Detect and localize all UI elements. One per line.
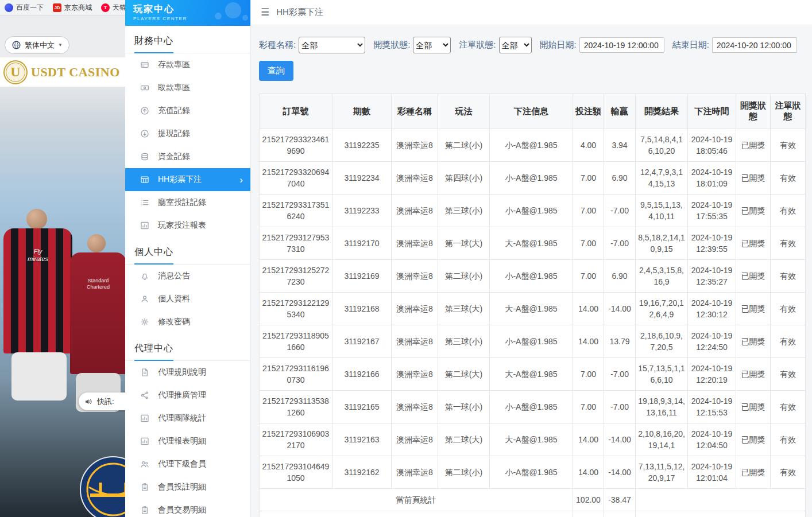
sidebar-item-agent-team-stats[interactable]: 代理團隊統計 <box>125 407 250 430</box>
lottery-name-select[interactable]: 全部 <box>299 37 365 53</box>
table-cell: 12,4,7,9,3,14,15,13 <box>636 162 688 195</box>
end-date-input[interactable] <box>712 37 797 53</box>
sidebar-item-announcements[interactable]: 消息公告 <box>125 265 250 287</box>
table-cell: 澳洲幸运8 <box>392 227 438 260</box>
brand-emblem: U <box>3 60 28 84</box>
sidebar-item-profile[interactable]: 個人資料 <box>125 287 250 310</box>
menu-toggle-icon[interactable]: ☰ <box>261 6 269 18</box>
sidebar-item-player-bet-report[interactable]: 玩家投注報表 <box>125 214 250 237</box>
table-cell: 澳洲幸运8 <box>392 260 438 293</box>
draw-status-select[interactable]: 全部 <box>413 37 451 53</box>
table-cell: 澳洲幸运8 <box>392 129 438 162</box>
cash-icon <box>140 83 149 92</box>
table-cell: 7.00 <box>573 195 604 227</box>
table-cell: 31192169 <box>332 260 392 293</box>
table-cell: 7.00 <box>573 260 604 293</box>
card-icon <box>140 60 149 69</box>
column-header: 下注信息 <box>490 94 573 129</box>
summary-row: 總統計102.00-38.47 <box>260 511 806 517</box>
lottery-grid-icon <box>140 175 149 184</box>
table-row: 215217293127953731031192170澳洲幸运8第一球(大)大-… <box>260 227 806 260</box>
bookmark-tmall[interactable]: T天猫 <box>101 3 125 13</box>
sidebar-item-agent-rules[interactable]: 代理規則說明 <box>125 361 250 384</box>
table-cell: 14.00 <box>573 456 604 489</box>
filter-label-start-date: 開始日期: <box>540 40 577 50</box>
sidebar-item-member-bet-details[interactable]: 會員投註明細 <box>125 476 250 499</box>
sidebar-item-agent-report-details[interactable]: 代理報表明細 <box>125 430 250 453</box>
table-cell: 31192166 <box>332 358 392 391</box>
sidebar-item-fund-records[interactable]: 資金記錄 <box>125 145 250 168</box>
filter-label-lottery-name: 彩種名稱: <box>259 40 296 50</box>
table-cell: 第二球(大) <box>438 358 490 391</box>
table-cell: 2152172933173516240 <box>260 195 332 227</box>
table-cell: 澳洲幸运8 <box>392 195 438 227</box>
language-selector[interactable]: 繁体中文 ▼ <box>5 36 69 54</box>
bookmark-baidu[interactable]: 百度一下 <box>5 3 44 13</box>
sidebar: 玩家中心 PLAYERS CENTER 財務中心存款專區取款專區充值記錄提現記錄… <box>125 0 251 517</box>
table-cell: 2024-10-19 12:15:53 <box>688 391 736 423</box>
team-logo <box>79 455 125 517</box>
sidebar-item-withdrawal-records[interactable]: 提現記錄 <box>125 122 250 145</box>
sidebar-item-room-bet-records[interactable]: 廳室投註記錄 <box>125 191 250 214</box>
sidebar-item-member-transaction-details[interactable]: 會員交易明細 <box>125 499 250 517</box>
start-date-input[interactable] <box>579 37 664 53</box>
download-icon <box>140 129 149 138</box>
sidebar-item-label: 個人資料 <box>158 294 190 304</box>
baidu-favicon-icon <box>5 3 13 12</box>
table-cell: 有效 <box>771 195 806 227</box>
table-row: 215217293122129534031192168澳洲幸运8第三球(大)大-… <box>260 293 806 325</box>
table-cell: 14.00 <box>573 325 604 358</box>
order-status-select[interactable]: 全部 <box>499 37 532 53</box>
sidebar-item-recharge-records[interactable]: 充值記錄 <box>125 99 250 122</box>
sidebar-item-agent-sub-members[interactable]: 代理下級會員 <box>125 453 250 476</box>
table-cell: 澳洲幸运8 <box>392 325 438 358</box>
globe-icon <box>11 40 21 50</box>
player-jersey: Standard Chartered <box>70 252 125 374</box>
caret-down-icon: ▼ <box>58 42 63 48</box>
sidebar-item-withdraw[interactable]: 取款專區 <box>125 76 250 99</box>
table-cell: 已開獎 <box>736 129 771 162</box>
player-shorts <box>11 352 67 401</box>
table-cell: 2,18,6,10,9,7,20,5 <box>636 325 688 358</box>
sidebar-item-hh-lottery-bets[interactable]: HH彩票下注› <box>125 168 250 191</box>
sidebar-item-deposit[interactable]: 存款專區 <box>125 53 250 76</box>
sidebar-item-label: 提現記錄 <box>158 129 190 139</box>
table-cell: -7.00 <box>604 195 636 227</box>
table-row: 215217293106903217031192163澳洲幸运8第二球(大)大-… <box>260 423 806 456</box>
table-cell: 2,4,5,3,15,8,16,9 <box>636 260 688 293</box>
section-title: 財務中心 <box>125 26 250 53</box>
sidebar-subtitle: PLAYERS CENTER <box>133 16 250 21</box>
table-cell: 2024-10-19 12:35:27 <box>688 260 736 293</box>
sidebar-item-label: 廳室投註記錄 <box>158 197 206 208</box>
table-cell: 2024-10-19 12:30:12 <box>688 293 736 325</box>
summary-bet-total: 102.00 <box>573 489 604 511</box>
table-cell: 2024-10-19 18:01:09 <box>688 162 736 195</box>
table-cell: 澳洲幸运8 <box>392 456 438 489</box>
sidebar-item-label: HH彩票下注 <box>158 174 202 185</box>
table-cell: 2152172933234619690 <box>260 129 332 162</box>
brand-row: U USDT CASINO <box>0 57 125 87</box>
news-ticker[interactable]: 快訊: <box>79 392 125 410</box>
summary-empty <box>636 511 806 517</box>
summary-empty <box>636 489 806 511</box>
table-cell: -14.00 <box>604 423 636 456</box>
table-cell: 澳洲幸运8 <box>392 293 438 325</box>
summary-bet-total: 102.00 <box>573 511 604 517</box>
sidebar-item-agent-promotion[interactable]: 代理推廣管理 <box>125 384 250 407</box>
chart-icon <box>140 437 149 446</box>
table-cell: 2024-10-19 12:01:04 <box>688 456 736 489</box>
table-cell: 2024-10-19 12:20:19 <box>688 358 736 391</box>
table-row: 215217293104649105031192162澳洲幸运8第二球(小)小-… <box>260 456 806 489</box>
language-label: 繁体中文 <box>25 40 55 50</box>
users-icon <box>140 460 149 469</box>
bookmark-label: 天猫 <box>113 3 125 13</box>
player-head <box>87 234 106 252</box>
table-cell: 小-A盤@1.985 <box>490 162 573 195</box>
bell-icon <box>140 271 149 281</box>
table-cell: 第四球(小) <box>438 162 490 195</box>
page-title: HH彩票下注 <box>276 7 323 18</box>
main: ☰ HH彩票下注 彩種名稱:全部開獎狀態:全部注單狀態:全部開始日期:結束日期:… <box>251 0 812 517</box>
sidebar-item-change-password[interactable]: 修改密碼 <box>125 310 250 333</box>
bookmark-jd[interactable]: JD京东商城 <box>53 3 92 13</box>
search-button[interactable]: 查詢 <box>259 61 293 81</box>
